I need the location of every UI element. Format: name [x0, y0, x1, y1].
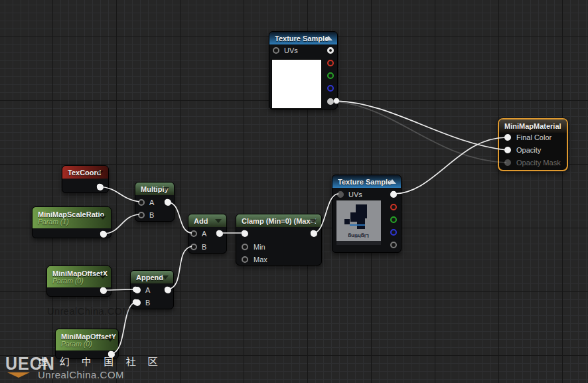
pin-output[interactable]	[165, 287, 171, 293]
node-header[interactable]: MiniMapMaterial	[499, 119, 567, 133]
node-header[interactable]: Texture Sample	[332, 175, 401, 188]
chevron-down-icon[interactable]	[162, 275, 169, 279]
node-title: Clamp (Min=0) (Max=1)	[242, 217, 316, 225]
node-header[interactable]: MiniMapScaleRatio Param (1)	[33, 207, 111, 228]
node-title: MiniMapMaterial	[504, 122, 561, 130]
pin-min-input[interactable]	[242, 244, 248, 250]
node-minimap-offset-x[interactable]: MiniMapOffsetX Param (0)	[46, 266, 111, 297]
pin-r-output[interactable]	[390, 204, 397, 210]
node-texture-sample-top[interactable]: Texture Sample UVs	[269, 31, 338, 110]
pin-max-input[interactable]	[242, 256, 248, 263]
pin-label-uvs: UVs	[348, 191, 362, 198]
pin-value-input[interactable]	[242, 230, 248, 237]
node-header[interactable]: Texture Sample	[269, 32, 337, 44]
pin-output[interactable]	[311, 230, 317, 237]
chevron-down-icon[interactable]	[100, 275, 106, 279]
watermark-faint: UnrealChina.COM	[47, 306, 131, 317]
node-texture-sample-map[interactable]: Texture Sample UVs Lighting	[332, 175, 402, 253]
collapse-arrow-icon[interactable]	[325, 36, 332, 40]
watermark-site: UnrealChina.COM	[38, 369, 124, 380]
node-minimap-scale-ratio[interactable]: MiniMapScaleRatio Param (1)	[32, 206, 111, 238]
node-title: Add	[194, 217, 208, 225]
pin-rgb-output[interactable]	[390, 191, 397, 198]
node-header[interactable]: Add	[188, 214, 226, 227]
chevron-down-icon[interactable]	[215, 219, 222, 223]
pin-rgb-output[interactable]	[327, 47, 334, 54]
node-header[interactable]: Clamp (Min=0) (Max=1)	[236, 214, 321, 227]
node-header[interactable]: MiniMapOffsetX Param (0)	[47, 266, 111, 287]
pin-b-input[interactable]	[138, 212, 145, 218]
uecn-logo-triangle-icon	[7, 372, 30, 378]
node-texcoord[interactable]: TexCoord	[62, 165, 109, 193]
pin-a-input[interactable]	[134, 287, 141, 293]
node-title: Texture Sample	[338, 178, 396, 186]
node-subtitle: Param (0)	[61, 341, 92, 348]
node-add[interactable]: Add A B	[188, 214, 227, 254]
chevron-down-icon[interactable]	[97, 171, 104, 175]
pin-output[interactable]	[100, 287, 107, 294]
pin-uvs-input[interactable]	[273, 47, 279, 54]
material-graph-canvas[interactable]: Texture Sample UVs MiniMapMaterial Final…	[0, 0, 588, 383]
pin-b-output[interactable]	[327, 85, 334, 92]
pin-a-input[interactable]	[138, 199, 145, 206]
svg-text:Lighting: Lighting	[348, 233, 369, 239]
pin-label-final-color: Final Color	[516, 133, 551, 141]
chevron-down-icon[interactable]	[310, 219, 317, 223]
pin-g-output[interactable]	[390, 216, 397, 223]
pin-a-input[interactable]	[190, 230, 197, 237]
pin-r-output[interactable]	[327, 60, 334, 66]
pin-label-opacity-mask: Opacity Mask	[516, 159, 561, 167]
wire-rgb-to-final-color[interactable]	[394, 137, 506, 194]
texture-preview-white	[271, 59, 322, 109]
node-subtitle: Param (1)	[38, 218, 69, 226]
chevron-down-icon[interactable]	[100, 216, 106, 220]
pin-label-b: B	[149, 211, 154, 219]
pin-output[interactable]	[100, 231, 107, 238]
pin-label-min: Min	[254, 243, 265, 251]
watermark-chinese: 虚 幻 中 国 社 区	[38, 356, 163, 368]
node-minimap-offset-y[interactable]: MiniMapOffsetY Param (0)	[55, 329, 119, 359]
chevron-down-icon[interactable]	[107, 338, 113, 342]
pin-a-output[interactable]	[390, 242, 397, 248]
node-title: Append	[136, 273, 163, 281]
node-title: Texture Sample	[275, 35, 332, 42]
node-title: MiniMapScaleRatio	[38, 210, 104, 218]
node-subtitle: Param (0)	[52, 277, 84, 285]
pin-b-output[interactable]	[390, 229, 397, 236]
chevron-down-icon[interactable]	[163, 187, 169, 191]
pin-label-a: A	[149, 198, 154, 206]
node-minimap-material[interactable]: MiniMapMaterial Final Color Opacity Opac…	[498, 118, 568, 171]
node-title: TexCoord	[68, 169, 102, 177]
pin-b-input[interactable]	[190, 244, 197, 250]
texture-preview-minimap: Lighting	[336, 200, 381, 245]
node-header[interactable]: MiniMapOffsetY Param (0)	[56, 329, 118, 350]
pin-label-b: B	[202, 243, 206, 251]
pin-g-output[interactable]	[327, 72, 334, 79]
pin-uvs-input[interactable]	[337, 191, 344, 198]
node-header[interactable]: Multiply	[135, 183, 174, 195]
node-header[interactable]: TexCoord	[62, 166, 108, 179]
pin-label-a: A	[145, 286, 150, 294]
wire-offsetx-to-append-a[interactable]	[103, 289, 135, 290]
pin-label-opacity: Opacity	[516, 146, 541, 154]
pin-output[interactable]	[216, 230, 223, 237]
pin-label-b: B	[145, 299, 150, 307]
pin-label-a: A	[202, 230, 206, 238]
wire-alpha-to-opacity-mask[interactable]	[336, 102, 506, 163]
pin-label-uvs: UVs	[284, 46, 298, 54]
node-clamp[interactable]: Clamp (Min=0) (Max=1) Min Max	[236, 214, 322, 266]
pin-label-max: Max	[254, 256, 267, 264]
pin-a-output[interactable]	[327, 98, 334, 105]
node-header[interactable]: Append	[131, 271, 173, 283]
collapse-arrow-icon[interactable]	[388, 179, 396, 184]
